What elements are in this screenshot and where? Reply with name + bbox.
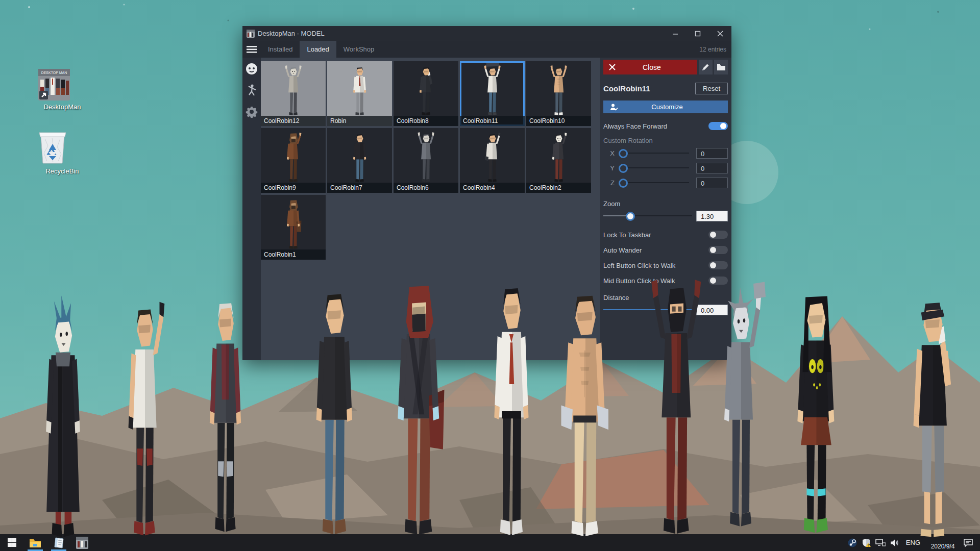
model-tile-coolrobin9[interactable]: CoolRobin9 (261, 128, 326, 193)
model-tile-label: CoolRobin8 (394, 116, 458, 126)
model-thumbnail (460, 128, 525, 183)
desktopman-app-icon: DESKTOP MAN (38, 68, 87, 101)
model-thumbnail (261, 195, 326, 249)
character-5[interactable] (380, 264, 458, 538)
model-thumbnail (394, 128, 458, 183)
model-tile-coolrobin10[interactable]: CoolRobin10 (526, 61, 591, 126)
tab-installed[interactable]: Installed (261, 41, 300, 58)
zoom-label: Zoom (603, 200, 728, 208)
character-6[interactable] (480, 261, 544, 538)
rotation-x-row: X 0 (603, 147, 728, 159)
character-2[interactable] (115, 285, 175, 538)
desktop: DESKTOP MAN DesktopMan (0, 0, 980, 551)
zoom-row: 1.30 (603, 210, 728, 222)
reset-button[interactable]: Reset (695, 83, 728, 94)
network-tray-icon[interactable] (875, 539, 886, 547)
axis-y-label: Y (603, 164, 615, 172)
gear-icon[interactable] (244, 105, 259, 119)
rotation-y-value[interactable]: 0 (696, 163, 728, 173)
desktop-icon-desktopman[interactable]: DESKTOP MAN DesktopMan (38, 68, 87, 111)
zoom-slider[interactable] (603, 210, 692, 222)
model-tile-label: CoolRobin7 (327, 183, 392, 193)
lock-to-taskbar-toggle[interactable] (708, 231, 728, 239)
rotation-z-row: Z 0 (603, 177, 728, 189)
model-tile-coolrobin4[interactable]: CoolRobin4 (460, 128, 525, 193)
close-button-label: Close (621, 63, 683, 71)
character-7[interactable] (547, 269, 624, 539)
start-button[interactable] (0, 534, 23, 551)
character-9[interactable] (710, 278, 772, 529)
svg-text:DESKTOP MAN: DESKTOP MAN (41, 71, 67, 74)
always-face-forward-toggle[interactable] (708, 122, 728, 130)
close-window-button[interactable] (709, 26, 731, 41)
model-thumbnail (526, 61, 591, 116)
character-10[interactable] (782, 273, 851, 536)
customize-person-icon (606, 104, 622, 111)
dancer-icon[interactable] (244, 83, 259, 97)
rotation-y-slider[interactable] (619, 162, 692, 174)
rotation-x-slider[interactable] (619, 147, 692, 159)
always-face-forward-label: Always Face Forward (603, 122, 667, 130)
model-thumbnail (526, 128, 591, 183)
desktop-icon-label: DesktopMan (38, 103, 87, 111)
close-model-button[interactable]: Close (603, 60, 697, 74)
model-tile-label: CoolRobin2 (526, 183, 591, 193)
recycle-bin-icon (38, 131, 87, 165)
model-tile-coolrobin7[interactable]: CoolRobin7 (327, 128, 392, 193)
model-tile-robin[interactable]: Robin (327, 61, 392, 126)
model-thumbnail (261, 128, 326, 183)
auto-wander-toggle[interactable] (708, 246, 728, 254)
clock-date: 2020/9/4 (926, 543, 959, 550)
customize-label: Customize (622, 103, 713, 111)
window-titlebar[interactable]: DesktopMan - MODEL (242, 26, 731, 41)
rotation-y-row: Y 0 (603, 162, 728, 174)
tab-workshop[interactable]: WorkShop (336, 41, 381, 58)
minimize-button[interactable] (664, 26, 687, 41)
desktop-icon-recyclebin[interactable]: RecycleBin (38, 131, 87, 175)
customize-button[interactable]: Customize (603, 101, 728, 113)
model-tile-label: CoolRobin11 (460, 116, 525, 126)
model-tile-coolrobin8[interactable]: CoolRobin8 (394, 61, 458, 126)
close-x-icon (603, 64, 621, 70)
rotation-z-value[interactable]: 0 (696, 178, 728, 188)
character-3[interactable] (197, 278, 255, 535)
model-tile-label: CoolRobin10 (526, 116, 591, 126)
model-tile-coolrobin2[interactable]: CoolRobin2 (526, 128, 591, 193)
model-tile-label: CoolRobin4 (460, 183, 525, 193)
model-tile-coolrobin6[interactable]: CoolRobin6 (394, 128, 458, 193)
character-8[interactable] (641, 263, 713, 537)
axis-x-label: X (603, 149, 615, 157)
auto-wander-label: Auto Wander (603, 246, 642, 254)
menu-hamburger-icon[interactable] (242, 41, 261, 58)
model-thumbnail (394, 61, 458, 116)
window-app-icon (247, 30, 255, 38)
model-thumbnail (327, 128, 392, 183)
folder-button[interactable] (714, 60, 728, 74)
steam-tray-icon[interactable] (848, 538, 857, 547)
model-tile-coolrobin1[interactable]: CoolRobin1 (261, 195, 326, 260)
language-indicator[interactable]: ENG (904, 539, 922, 546)
model-thumbnail (460, 61, 525, 116)
zoom-value[interactable]: 1.30 (696, 211, 728, 221)
model-tile-label: CoolRobin9 (261, 183, 326, 193)
face-icon[interactable] (244, 62, 259, 76)
model-tile-coolrobin11[interactable]: CoolRobin11 (460, 61, 525, 126)
lock-to-taskbar-label: Lock To Taskbar (603, 231, 651, 239)
defender-tray-icon[interactable] (862, 538, 871, 547)
character-1[interactable] (32, 292, 95, 540)
edit-pencil-button[interactable] (699, 60, 713, 74)
custom-rotation-label: Custom Rotation (603, 137, 728, 144)
model-tile-coolrobin12[interactable]: CoolRobin12 (261, 61, 326, 126)
character-4[interactable] (301, 268, 369, 537)
model-tile-label: Robin (327, 116, 392, 126)
rotation-x-value[interactable]: 0 (696, 148, 728, 159)
tab-loaded[interactable]: Loaded (300, 41, 336, 58)
desktop-icon-label: RecycleBin (38, 167, 87, 175)
maximize-button[interactable] (687, 26, 709, 41)
character-11[interactable] (897, 278, 969, 540)
window-title: DesktopMan - MODEL (258, 30, 664, 37)
axis-z-label: Z (603, 179, 615, 187)
rotation-z-slider[interactable] (619, 177, 692, 189)
entries-count: 12 entries (699, 41, 731, 58)
tab-bar: Installed Loaded WorkShop 12 entries (242, 41, 731, 58)
